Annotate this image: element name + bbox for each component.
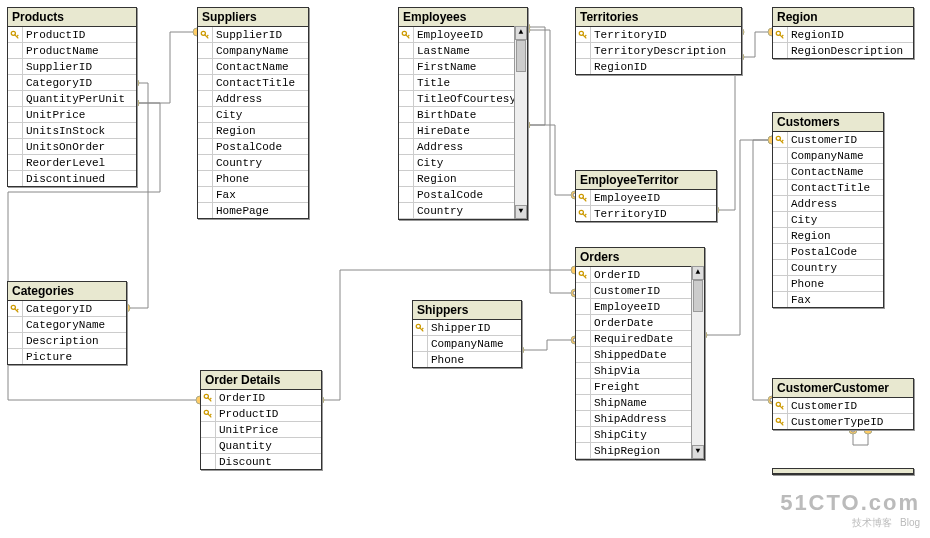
table-title[interactable]: Region [773, 8, 913, 27]
table-row[interactable]: CustomerID [773, 398, 913, 414]
table-row[interactable]: EmployeeID [576, 190, 716, 206]
table-row[interactable]: PostalCode [198, 139, 308, 155]
scroll-up-icon[interactable]: ▲ [515, 26, 527, 40]
table-custCust[interactable]: CustomerCustomerCustomerIDCustomerTypeID [772, 378, 914, 430]
table-row[interactable]: Description [8, 333, 126, 349]
table-categories[interactable]: CategoriesCategoryIDCategoryNameDescript… [7, 281, 127, 365]
table-row[interactable]: Phone [198, 171, 308, 187]
scrollbar[interactable]: ▲▼ [514, 26, 527, 219]
table-row[interactable]: Region [399, 171, 527, 187]
table-employeeTerr[interactable]: EmployeeTerritorEmployeeIDTerritoryID [575, 170, 717, 222]
table-row[interactable]: Discount [201, 454, 321, 469]
table-row[interactable]: Quantity [201, 438, 321, 454]
table-row[interactable]: ShipAddress [576, 411, 704, 427]
table-row[interactable]: CategoryID [8, 75, 136, 91]
table-row[interactable]: ProductID [8, 27, 136, 43]
table-title[interactable]: Suppliers [198, 8, 308, 27]
table-row[interactable]: Address [773, 196, 883, 212]
table-row[interactable]: QuantityPerUnit [8, 91, 136, 107]
table-row[interactable]: HireDate [399, 123, 527, 139]
table-row[interactable]: ContactTitle [198, 75, 308, 91]
table-row[interactable]: RegionID [576, 59, 741, 74]
table-title[interactable]: Shippers [413, 301, 521, 320]
table-row[interactable]: City [773, 212, 883, 228]
table-row[interactable]: RequiredDate [576, 331, 704, 347]
scrollbar[interactable]: ▲▼ [691, 266, 704, 459]
table-territories[interactable]: TerritoriesTerritoryIDTerritoryDescripti… [575, 7, 742, 75]
table-orders[interactable]: OrdersOrderIDCustomerIDEmployeeIDOrderDa… [575, 247, 705, 460]
table-row[interactable]: RegionID [773, 27, 913, 43]
table-row[interactable]: SupplierID [8, 59, 136, 75]
table-row[interactable]: UnitPrice [8, 107, 136, 123]
table-row[interactable]: Fax [773, 292, 883, 307]
table-row[interactable]: ShipperID [413, 320, 521, 336]
table-row[interactable]: City [198, 107, 308, 123]
table-row[interactable]: BirthDate [399, 107, 527, 123]
table-row[interactable]: ShipCity [576, 427, 704, 443]
table-row[interactable]: Phone [773, 276, 883, 292]
table-title[interactable]: Orders [576, 248, 704, 267]
table-title[interactable]: Categories [8, 282, 126, 301]
table-row[interactable]: Freight [576, 379, 704, 395]
table-employees[interactable]: EmployeesEmployeeIDLastNameFirstNameTitl… [398, 7, 528, 220]
table-row[interactable]: Country [399, 203, 527, 219]
table-custDemo[interactable] [772, 468, 914, 475]
table-row[interactable]: Address [198, 91, 308, 107]
table-row[interactable]: ContactName [198, 59, 308, 75]
table-row[interactable]: ShipRegion [576, 443, 704, 459]
table-row[interactable]: TerritoryDescription [576, 43, 741, 59]
scroll-up-icon[interactable]: ▲ [692, 266, 704, 280]
table-row[interactable]: Phone [413, 352, 521, 367]
table-row[interactable]: TerritoryID [576, 206, 716, 221]
table-row[interactable]: OrderDate [576, 315, 704, 331]
table-products[interactable]: ProductsProductIDProductNameSupplierIDCa… [7, 7, 137, 187]
table-row[interactable]: LastName [399, 43, 527, 59]
table-row[interactable]: ContactName [773, 164, 883, 180]
table-row[interactable]: CategoryName [8, 317, 126, 333]
table-row[interactable]: CategoryID [8, 301, 126, 317]
table-row[interactable]: CompanyName [198, 43, 308, 59]
table-row[interactable]: SupplierID [198, 27, 308, 43]
table-row[interactable]: Fax [198, 187, 308, 203]
table-row[interactable]: ContactTitle [773, 180, 883, 196]
table-row[interactable]: OrderID [576, 267, 704, 283]
table-row[interactable]: PostalCode [399, 187, 527, 203]
table-row[interactable]: ShippedDate [576, 347, 704, 363]
table-title[interactable]: EmployeeTerritor [576, 171, 716, 190]
table-row[interactable]: CustomerID [576, 283, 704, 299]
table-title[interactable]: Employees [399, 8, 527, 27]
table-row[interactable]: CompanyName [773, 148, 883, 164]
table-row[interactable]: UnitsInStock [8, 123, 136, 139]
scroll-down-icon[interactable]: ▼ [515, 205, 527, 219]
table-row[interactable]: UnitsOnOrder [8, 139, 136, 155]
table-title[interactable]: CustomerCustomer [773, 379, 913, 398]
table-row[interactable]: PostalCode [773, 244, 883, 260]
table-shippers[interactable]: ShippersShipperIDCompanyNamePhone [412, 300, 522, 368]
table-title[interactable]: Territories [576, 8, 741, 27]
table-customers[interactable]: CustomersCustomerIDCompanyNameContactNam… [772, 112, 884, 308]
table-row[interactable]: ReorderLevel [8, 155, 136, 171]
table-row[interactable]: RegionDescription [773, 43, 913, 58]
table-title[interactable]: Customers [773, 113, 883, 132]
table-row[interactable]: ShipVia [576, 363, 704, 379]
table-row[interactable]: Country [198, 155, 308, 171]
table-row[interactable]: FirstName [399, 59, 527, 75]
table-orderDetails[interactable]: Order DetailsOrderIDProductIDUnitPriceQu… [200, 370, 322, 470]
table-row[interactable]: Title [399, 75, 527, 91]
table-row[interactable]: TerritoryID [576, 27, 741, 43]
table-row[interactable]: CustomerID [773, 132, 883, 148]
table-row[interactable]: Picture [8, 349, 126, 364]
table-suppliers[interactable]: SuppliersSupplierIDCompanyNameContactNam… [197, 7, 309, 219]
table-row[interactable]: ShipName [576, 395, 704, 411]
table-title[interactable]: Order Details [201, 371, 321, 390]
table-row[interactable]: Region [773, 228, 883, 244]
table-row[interactable]: EmployeeID [399, 27, 527, 43]
table-row[interactable]: HomePage [198, 203, 308, 218]
table-row[interactable]: City [399, 155, 527, 171]
table-row[interactable]: Address [399, 139, 527, 155]
table-region[interactable]: RegionRegionIDRegionDescription [772, 7, 914, 59]
table-row[interactable]: ProductID [201, 406, 321, 422]
table-row[interactable]: Discontinued [8, 171, 136, 186]
table-row[interactable]: TitleOfCourtesy [399, 91, 527, 107]
scroll-thumb[interactable] [516, 40, 526, 72]
